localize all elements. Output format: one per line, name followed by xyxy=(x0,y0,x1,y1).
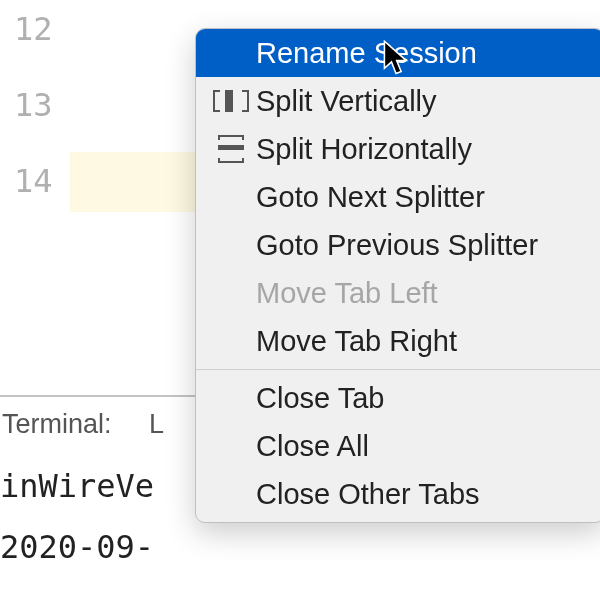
menu-item-label: Move Tab Right xyxy=(256,325,590,358)
line-number: 13 xyxy=(14,86,54,124)
menu-item-close-other-tabs[interactable]: Close Other Tabs xyxy=(196,470,600,518)
menu-item-goto-prev-splitter[interactable]: Goto Previous Splitter xyxy=(196,221,600,269)
menu-item-label: Close Tab xyxy=(256,382,590,415)
menu-separator xyxy=(196,369,600,370)
menu-item-label: Rename Session xyxy=(256,37,590,70)
menu-item-split-horizontally[interactable]: Split Horizontally xyxy=(196,125,600,173)
menu-icon-blank xyxy=(206,181,256,213)
terminal-tab-label[interactable]: L xyxy=(149,409,164,439)
menu-icon-blank xyxy=(206,382,256,414)
menu-item-label: Split Horizontally xyxy=(256,133,590,166)
editor-gutter: 12 13 14 xyxy=(0,0,70,395)
menu-item-label: Move Tab Left xyxy=(256,277,590,310)
menu-item-label: Goto Next Splitter xyxy=(256,181,590,214)
terminal-tab-context-menu[interactable]: Rename Session Split Vertically Split Ho… xyxy=(195,28,600,523)
menu-icon-blank xyxy=(206,229,256,261)
menu-item-label: Split Vertically xyxy=(256,85,590,118)
menu-icon-blank xyxy=(206,277,256,309)
line-number: 14 xyxy=(14,162,54,200)
terminal-line: inWireVe xyxy=(0,467,154,505)
split-vertical-icon xyxy=(206,85,256,117)
menu-item-split-vertically[interactable]: Split Vertically xyxy=(196,77,600,125)
menu-icon-blank xyxy=(206,325,256,357)
terminal-title: Terminal: xyxy=(2,409,112,439)
menu-item-move-tab-left: Move Tab Left xyxy=(196,269,600,317)
menu-icon-blank xyxy=(206,478,256,510)
menu-item-rename-session[interactable]: Rename Session xyxy=(196,29,600,77)
terminal-line: 2020-09- xyxy=(0,528,154,566)
menu-item-move-tab-right[interactable]: Move Tab Right xyxy=(196,317,600,365)
menu-item-label: Close Other Tabs xyxy=(256,478,590,511)
menu-icon-blank xyxy=(206,37,256,69)
line-number: 12 xyxy=(14,10,54,48)
menu-item-label: Goto Previous Splitter xyxy=(256,229,590,262)
split-horizontal-icon xyxy=(206,133,256,165)
menu-icon-blank xyxy=(206,430,256,462)
menu-item-close-all[interactable]: Close All xyxy=(196,422,600,470)
menu-item-close-tab[interactable]: Close Tab xyxy=(196,374,600,422)
menu-item-goto-next-splitter[interactable]: Goto Next Splitter xyxy=(196,173,600,221)
menu-item-label: Close All xyxy=(256,430,590,463)
